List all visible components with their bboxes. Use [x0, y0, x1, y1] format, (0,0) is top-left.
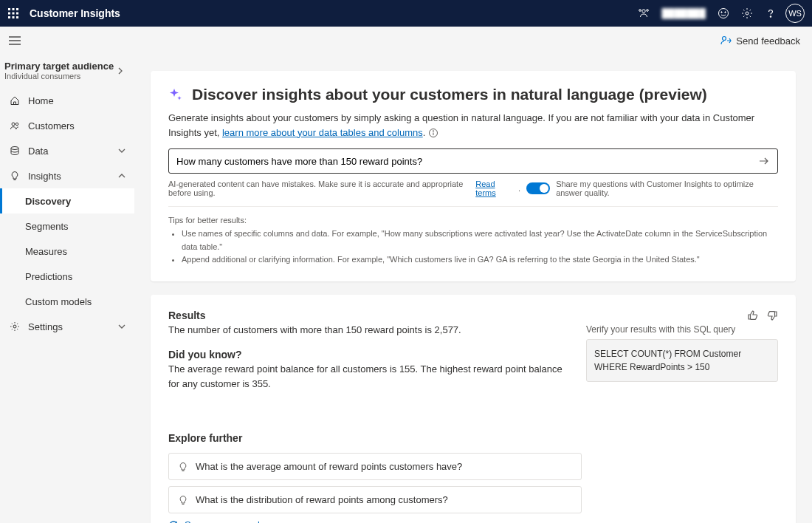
- environment-icon[interactable]: [632, 1, 656, 25]
- explore-heading: Explore further: [168, 432, 778, 444]
- refresh-icon: [168, 520, 179, 523]
- svg-point-13: [721, 12, 722, 13]
- sidebar-item-label: Customers: [28, 120, 75, 131]
- environment-name[interactable]: ███████: [661, 8, 706, 18]
- sidebar-item-settings[interactable]: Settings: [0, 314, 134, 339]
- bulb-icon: [178, 462, 188, 472]
- gear-icon: [9, 321, 21, 332]
- smiley-icon[interactable]: [712, 1, 735, 25]
- audience-subtitle: Individual consumers: [4, 72, 117, 81]
- svg-rect-0: [8, 8, 10, 10]
- send-feedback-label: Send feedback: [736, 35, 800, 47]
- svg-point-24: [13, 325, 16, 328]
- svg-rect-8: [16, 16, 18, 18]
- read-terms-link[interactable]: Read terms: [475, 180, 512, 197]
- sub-bar: Send feedback: [0, 27, 812, 55]
- page-title: Discover insights about your customers i…: [192, 86, 707, 103]
- results-heading: Results: [168, 310, 564, 321]
- tips-list: Use names of specific columns and data. …: [168, 228, 778, 267]
- ai-disclaimer: AI-generated content can have mistakes. …: [168, 180, 469, 197]
- chevron-right-icon: [117, 67, 124, 75]
- results-card: Results The number of customers with mor…: [151, 295, 796, 523]
- settings-gear-icon[interactable]: [735, 1, 759, 25]
- results-text: The number of customers with more than 1…: [168, 323, 564, 338]
- svg-rect-7: [13, 16, 15, 18]
- query-input[interactable]: [176, 156, 758, 167]
- tips-heading: Tips for better results:: [168, 216, 778, 225]
- sidebar-item-insights[interactable]: Insights: [0, 163, 134, 188]
- learn-more-link[interactable]: learn more about your data tables and co…: [222, 127, 423, 138]
- sidebar-item-label: Settings: [28, 321, 63, 332]
- query-card: Discover insights about your customers i…: [151, 71, 796, 281]
- hamburger-icon[interactable]: [0, 36, 30, 45]
- chevron-down-icon: [118, 147, 125, 154]
- svg-point-12: [719, 9, 729, 18]
- chevron-down-icon: [118, 323, 125, 330]
- svg-rect-6: [8, 16, 10, 18]
- main-content: Discover insights about your customers i…: [134, 55, 812, 523]
- submit-arrow-icon[interactable]: [758, 155, 770, 167]
- home-icon: [9, 95, 21, 106]
- svg-rect-5: [16, 13, 18, 15]
- audience-title: Primary target audience: [4, 61, 117, 72]
- svg-point-15: [746, 12, 749, 15]
- svg-point-16: [770, 16, 771, 17]
- app-launcher-icon[interactable]: [7, 7, 19, 19]
- sidebar-item-label: Home: [28, 95, 54, 106]
- sidebar-item-customers[interactable]: Customers: [0, 113, 134, 138]
- svg-point-22: [16, 123, 18, 125]
- user-avatar[interactable]: WS: [785, 4, 805, 23]
- suggestion-item[interactable]: What is the distribution of reward point…: [168, 486, 582, 513]
- audience-picker[interactable]: Primary target audience Individual consu…: [0, 55, 134, 88]
- intro-text: Generate insights about your customers b…: [168, 111, 778, 140]
- sidebar-sub-measures[interactable]: Measures: [0, 239, 134, 264]
- svg-point-20: [723, 37, 726, 41]
- app-title: Customer Insights: [30, 7, 120, 19]
- sidebar-item-data[interactable]: Data: [0, 138, 134, 163]
- share-toggle[interactable]: [526, 182, 550, 194]
- sql-query-box[interactable]: SELECT COUNT(*) FROM Customer WHERE Rewa…: [586, 339, 778, 382]
- svg-point-27: [433, 131, 433, 131]
- see-more-examples-link[interactable]: See more examples: [168, 519, 778, 523]
- svg-rect-2: [16, 8, 18, 10]
- svg-point-10: [647, 10, 649, 12]
- svg-rect-4: [13, 13, 15, 15]
- thumbs-down-icon[interactable]: [766, 310, 778, 321]
- svg-point-21: [12, 123, 15, 126]
- share-toggle-label: Share my questions with Customer Insight…: [556, 180, 778, 197]
- data-icon: [9, 145, 21, 157]
- svg-point-14: [725, 12, 726, 13]
- svg-point-23: [11, 147, 18, 150]
- query-input-wrapper[interactable]: [168, 148, 778, 174]
- sidebar-sub-predictions[interactable]: Predictions: [0, 264, 134, 289]
- global-topnav: Customer Insights ███████ WS: [0, 0, 812, 27]
- sidebar-sub-discovery[interactable]: Discovery: [0, 188, 134, 213]
- sidebar-sub-custom-models[interactable]: Custom models: [0, 289, 134, 314]
- customers-icon: [9, 120, 21, 131]
- send-feedback-button[interactable]: Send feedback: [720, 35, 812, 47]
- sidebar-item-label: Insights: [28, 171, 61, 182]
- bulb-icon: [178, 495, 188, 505]
- help-icon[interactable]: [759, 1, 782, 25]
- svg-point-9: [642, 10, 645, 13]
- svg-rect-3: [8, 13, 10, 15]
- verify-label: Verify your results with this SQL query: [586, 324, 778, 335]
- insights-icon: [9, 170, 21, 182]
- sidebar-sub-segments[interactable]: Segments: [0, 213, 134, 239]
- svg-rect-1: [13, 8, 15, 10]
- dyk-text: The average reward point balance for all…: [168, 362, 564, 391]
- svg-point-11: [639, 10, 641, 12]
- info-icon[interactable]: [428, 128, 438, 138]
- sparkle-icon: [168, 87, 183, 102]
- chevron-up-icon: [118, 172, 125, 180]
- thumbs-up-icon[interactable]: [747, 310, 759, 321]
- suggestion-item[interactable]: What is the average amount of reward poi…: [168, 453, 582, 480]
- sidebar: Primary target audience Individual consu…: [0, 55, 134, 523]
- sidebar-item-home[interactable]: Home: [0, 88, 134, 113]
- sidebar-item-label: Data: [28, 146, 48, 157]
- dyk-heading: Did you know?: [168, 349, 564, 360]
